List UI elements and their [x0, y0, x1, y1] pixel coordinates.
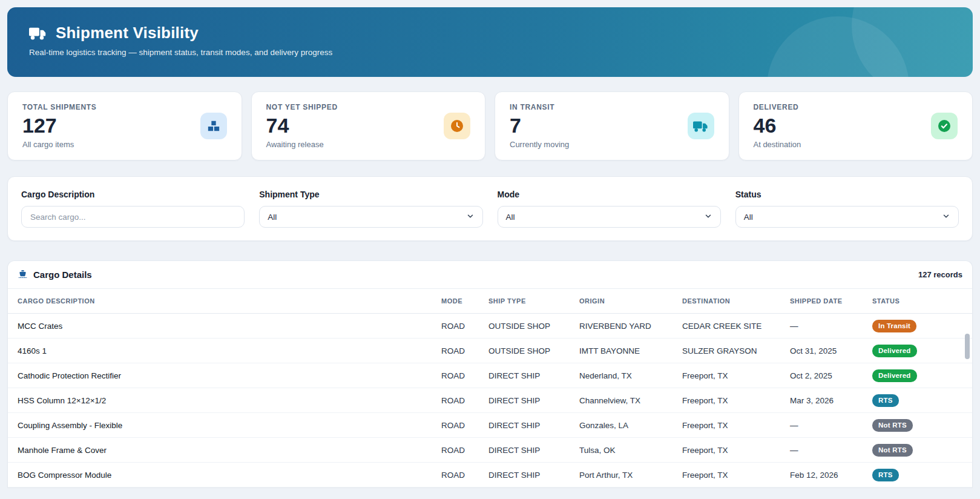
table-title: Cargo Details — [33, 269, 92, 280]
cell-mode: ROAD — [441, 446, 488, 455]
table-row[interactable]: HSS Column 12×12×1/2 ROAD DIRECT SHIP Ch… — [8, 388, 972, 413]
cell-cargo-description: Coupling Assembly - Flexible — [18, 421, 441, 430]
status-badge: Not RTS — [872, 419, 913, 432]
selected-value: All — [506, 213, 515, 222]
cell-mode: ROAD — [441, 471, 488, 480]
stat-value: 46 — [754, 115, 801, 137]
cell-ship-type: DIRECT SHIP — [488, 471, 579, 480]
column-header-origin: ORIGIN — [579, 297, 682, 305]
chevron-down-icon — [942, 212, 950, 222]
cell-shipped-date: — — [790, 322, 872, 331]
selected-value: All — [744, 213, 753, 222]
search-input[interactable] — [21, 206, 245, 228]
cell-origin: IMTT BAYONNE — [579, 346, 682, 355]
cell-shipped-date: Oct 2, 2025 — [790, 371, 872, 380]
stats-row: TOTAL SHIPMENTS 127 All cargo items NOT … — [7, 91, 973, 160]
filter-label: Status — [735, 190, 959, 199]
stat-sublabel: Awaiting release — [266, 140, 338, 149]
shipment-type-select[interactable]: All — [259, 206, 482, 228]
table-row[interactable]: 4160s 1 ROAD OUTSIDE SHOP IMTT BAYONNE S… — [8, 339, 972, 363]
cell-mode: ROAD — [441, 396, 488, 405]
check-circle-icon — [931, 113, 958, 139]
filter-mode: Mode All — [498, 190, 721, 228]
stat-label: DELIVERED — [754, 103, 801, 111]
column-header-mode: MODE — [441, 297, 488, 305]
table-row[interactable]: Manhole Frame & Cover ROAD DIRECT SHIP T… — [8, 438, 972, 463]
cell-cargo-description: BOG Compressor Module — [18, 471, 441, 480]
filter-label: Cargo Description — [21, 190, 245, 199]
filter-bar: Cargo Description Shipment Type All Mode… — [7, 176, 973, 241]
truck-icon — [29, 26, 47, 41]
status-select[interactable]: All — [735, 206, 959, 228]
cell-shipped-date: — — [790, 446, 872, 455]
cell-origin: Nederland, TX — [579, 371, 682, 380]
status-badge: In Transit — [872, 320, 916, 332]
cell-destination: CEDAR CREEK SITE — [682, 322, 790, 331]
cargo-details-panel: Cargo Details 127 records CARGO DESCRIPT… — [7, 260, 973, 487]
cell-cargo-description: Manhole Frame & Cover — [18, 446, 441, 455]
boxes-icon — [200, 113, 227, 139]
table-row[interactable]: MCC Crates ROAD OUTSIDE SHOP RIVERBEND Y… — [8, 314, 972, 339]
chevron-down-icon — [466, 212, 475, 222]
cell-ship-type: OUTSIDE SHOP — [488, 346, 579, 355]
filter-status: Status All — [735, 190, 959, 228]
page-title: Shipment Visibility — [56, 24, 199, 42]
stat-label: IN TRANSIT — [510, 103, 569, 111]
records-count: 127 records — [918, 270, 962, 279]
table-row[interactable]: BOG Compressor Module ROAD DIRECT SHIP P… — [8, 463, 972, 487]
stat-card-not-yet-shipped: NOT YET SHIPPED 74 Awaiting release — [251, 91, 486, 160]
status-badge: Delivered — [872, 369, 917, 382]
column-header-status: STATUS — [872, 297, 962, 305]
table-row[interactable]: Coupling Assembly - Flexible ROAD DIRECT… — [8, 413, 972, 438]
table-row[interactable]: Cathodic Protection Rectifier ROAD DIREC… — [8, 363, 972, 388]
column-header-ship-type: SHIP TYPE — [488, 297, 579, 305]
filter-cargo-description: Cargo Description — [21, 190, 245, 228]
mode-select[interactable]: All — [498, 206, 721, 228]
filter-shipment-type: Shipment Type All — [259, 190, 482, 228]
stat-sublabel: All cargo items — [22, 140, 97, 149]
cell-ship-type: DIRECT SHIP — [488, 396, 579, 405]
ship-icon — [18, 269, 28, 281]
status-badge: RTS — [872, 469, 899, 481]
stat-card-delivered: DELIVERED 46 At destination — [738, 91, 973, 160]
cell-cargo-description: 4160s 1 — [18, 346, 441, 355]
stat-label: NOT YET SHIPPED — [266, 103, 338, 111]
table-titlebar: Cargo Details 127 records — [8, 261, 972, 289]
scrollbar-thumb[interactable] — [965, 334, 970, 359]
cell-origin: Tulsa, OK — [579, 446, 682, 455]
cell-ship-type: DIRECT SHIP — [488, 371, 579, 380]
stat-card-in-transit: IN TRANSIT 7 Currently moving — [495, 91, 729, 160]
stat-sublabel: Currently moving — [510, 140, 569, 149]
column-header-shipped-date: SHIPPED DATE — [790, 297, 872, 305]
cell-shipped-date: Oct 31, 2025 — [790, 346, 872, 355]
shipment-visibility-page: Shipment Visibility Real-time logistics … — [0, 0, 980, 499]
status-badge: Not RTS — [872, 444, 913, 457]
table-wrap: CARGO DESCRIPTION MODE SHIP TYPE ORIGIN … — [8, 289, 972, 487]
cell-destination: Freeport, TX — [682, 471, 790, 480]
status-badge: Delivered — [872, 345, 917, 357]
stat-value: 127 — [22, 115, 97, 137]
stat-label: TOTAL SHIPMENTS — [22, 103, 97, 111]
cell-destination: Freeport, TX — [682, 396, 790, 405]
stat-sublabel: At destination — [754, 140, 801, 149]
cell-destination: Freeport, TX — [682, 421, 790, 430]
stat-card-total-shipments: TOTAL SHIPMENTS 127 All cargo items — [7, 91, 242, 160]
cell-origin: RIVERBEND YARD — [579, 322, 682, 331]
cell-origin: Gonzales, LA — [579, 421, 682, 430]
filter-label: Shipment Type — [259, 190, 482, 199]
column-header-destination: DESTINATION — [682, 297, 790, 305]
cell-destination: Freeport, TX — [682, 446, 790, 455]
chevron-down-icon — [704, 212, 712, 222]
stat-value: 74 — [266, 115, 338, 137]
status-badge: RTS — [872, 394, 899, 407]
cell-cargo-description: Cathodic Protection Rectifier — [18, 371, 441, 380]
cell-ship-type: DIRECT SHIP — [488, 446, 579, 455]
cell-mode: ROAD — [441, 421, 488, 430]
table-header-row: CARGO DESCRIPTION MODE SHIP TYPE ORIGIN … — [8, 289, 972, 314]
cell-mode: ROAD — [441, 371, 488, 380]
vertical-scrollbar[interactable] — [965, 319, 970, 485]
clock-icon — [444, 113, 470, 139]
cell-destination: SULZER GRAYSON — [682, 346, 790, 355]
cell-ship-type: OUTSIDE SHOP — [488, 322, 579, 331]
page-header-banner: Shipment Visibility Real-time logistics … — [7, 7, 973, 77]
